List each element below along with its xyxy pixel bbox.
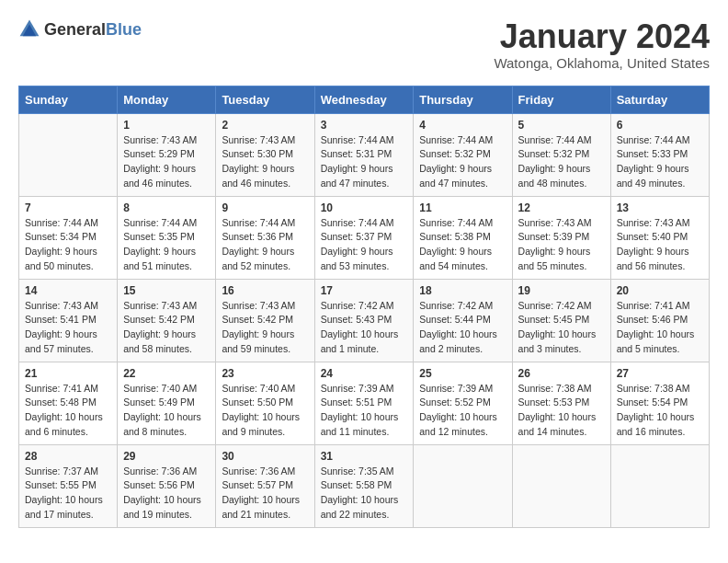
day-number: 10 <box>321 201 408 214</box>
day-number: 20 <box>617 284 703 297</box>
day-info: Sunrise: 7:38 AMSunset: 5:53 PMDaylight:… <box>518 382 605 440</box>
day-number: 8 <box>123 201 210 214</box>
day-info: Sunrise: 7:44 AMSunset: 5:33 PMDaylight:… <box>617 133 703 191</box>
day-info: Sunrise: 7:43 AMSunset: 5:41 PMDaylight:… <box>25 299 111 357</box>
day-number: 6 <box>617 119 703 132</box>
day-cell: 15Sunrise: 7:43 AMSunset: 5:42 PMDayligh… <box>118 279 216 362</box>
day-info: Sunrise: 7:35 AMSunset: 5:58 PMDaylight:… <box>321 465 408 523</box>
day-info: Sunrise: 7:43 AMSunset: 5:30 PMDaylight:… <box>222 133 308 191</box>
day-cell: 16Sunrise: 7:43 AMSunset: 5:42 PMDayligh… <box>216 279 314 362</box>
day-info: Sunrise: 7:43 AMSunset: 5:29 PMDaylight:… <box>123 133 210 191</box>
page-header: General Blue January 2024 Watonga, Oklah… <box>18 18 710 71</box>
day-number: 12 <box>518 201 605 214</box>
header-cell-friday: Friday <box>512 86 610 113</box>
logo: General Blue <box>18 18 142 40</box>
logo-blue: Blue <box>106 20 142 40</box>
day-info: Sunrise: 7:44 AMSunset: 5:38 PMDaylight:… <box>419 216 506 274</box>
day-number: 2 <box>222 119 308 132</box>
day-info: Sunrise: 7:44 AMSunset: 5:31 PMDaylight:… <box>321 133 408 191</box>
day-cell: 26Sunrise: 7:38 AMSunset: 5:53 PMDayligh… <box>512 362 610 444</box>
header-cell-sunday: Sunday <box>19 86 118 113</box>
day-cell: 5Sunrise: 7:44 AMSunset: 5:32 PMDaylight… <box>512 113 610 196</box>
day-cell <box>610 444 709 527</box>
week-row-5: 28Sunrise: 7:37 AMSunset: 5:55 PMDayligh… <box>19 444 710 527</box>
week-row-3: 14Sunrise: 7:43 AMSunset: 5:41 PMDayligh… <box>19 279 710 362</box>
calendar-body: 1Sunrise: 7:43 AMSunset: 5:29 PMDaylight… <box>19 113 710 527</box>
day-info: Sunrise: 7:44 AMSunset: 5:34 PMDaylight:… <box>25 216 111 274</box>
day-info: Sunrise: 7:43 AMSunset: 5:40 PMDaylight:… <box>617 216 703 274</box>
day-number: 29 <box>123 450 210 463</box>
day-cell: 14Sunrise: 7:43 AMSunset: 5:41 PMDayligh… <box>19 279 118 362</box>
day-number: 24 <box>321 367 408 380</box>
day-number: 17 <box>321 284 408 297</box>
day-number: 13 <box>617 201 703 214</box>
day-info: Sunrise: 7:36 AMSunset: 5:57 PMDaylight:… <box>222 465 308 523</box>
day-cell: 3Sunrise: 7:44 AMSunset: 5:31 PMDaylight… <box>314 113 414 196</box>
day-cell: 1Sunrise: 7:43 AMSunset: 5:29 PMDaylight… <box>118 113 216 196</box>
day-number: 30 <box>222 450 308 463</box>
header-cell-monday: Monday <box>118 86 216 113</box>
day-info: Sunrise: 7:40 AMSunset: 5:50 PMDaylight:… <box>222 382 308 440</box>
day-number: 7 <box>25 201 111 214</box>
calendar-subtitle: Watonga, Oklahoma, United States <box>494 55 710 71</box>
day-info: Sunrise: 7:37 AMSunset: 5:55 PMDaylight:… <box>25 465 111 523</box>
day-info: Sunrise: 7:36 AMSunset: 5:56 PMDaylight:… <box>123 465 210 523</box>
day-info: Sunrise: 7:44 AMSunset: 5:36 PMDaylight:… <box>222 216 308 274</box>
day-cell: 8Sunrise: 7:44 AMSunset: 5:35 PMDaylight… <box>118 196 216 279</box>
day-cell: 13Sunrise: 7:43 AMSunset: 5:40 PMDayligh… <box>610 196 709 279</box>
day-cell: 19Sunrise: 7:42 AMSunset: 5:45 PMDayligh… <box>512 279 610 362</box>
day-cell <box>414 444 512 527</box>
day-cell: 18Sunrise: 7:42 AMSunset: 5:44 PMDayligh… <box>414 279 512 362</box>
day-info: Sunrise: 7:44 AMSunset: 5:37 PMDaylight:… <box>321 216 408 274</box>
day-cell: 7Sunrise: 7:44 AMSunset: 5:34 PMDaylight… <box>19 196 118 279</box>
day-number: 5 <box>518 119 605 132</box>
day-info: Sunrise: 7:43 AMSunset: 5:42 PMDaylight:… <box>123 299 210 357</box>
calendar-header: SundayMondayTuesdayWednesdayThursdayFrid… <box>19 86 710 113</box>
day-number: 18 <box>419 284 506 297</box>
day-info: Sunrise: 7:43 AMSunset: 5:42 PMDaylight:… <box>222 299 308 357</box>
header-cell-tuesday: Tuesday <box>216 86 314 113</box>
header-cell-wednesday: Wednesday <box>314 86 414 113</box>
day-cell: 27Sunrise: 7:38 AMSunset: 5:54 PMDayligh… <box>610 362 709 444</box>
day-number: 23 <box>222 367 308 380</box>
day-number: 19 <box>518 284 605 297</box>
week-row-4: 21Sunrise: 7:41 AMSunset: 5:48 PMDayligh… <box>19 362 710 444</box>
day-number: 25 <box>419 367 506 380</box>
day-info: Sunrise: 7:39 AMSunset: 5:51 PMDaylight:… <box>321 382 408 440</box>
day-info: Sunrise: 7:42 AMSunset: 5:44 PMDaylight:… <box>419 299 506 357</box>
logo-general: General <box>44 20 106 40</box>
day-number: 16 <box>222 284 308 297</box>
day-cell: 21Sunrise: 7:41 AMSunset: 5:48 PMDayligh… <box>19 362 118 444</box>
day-cell: 29Sunrise: 7:36 AMSunset: 5:56 PMDayligh… <box>118 444 216 527</box>
day-number: 22 <box>123 367 210 380</box>
day-info: Sunrise: 7:40 AMSunset: 5:49 PMDaylight:… <box>123 382 210 440</box>
day-cell: 6Sunrise: 7:44 AMSunset: 5:33 PMDaylight… <box>610 113 709 196</box>
day-info: Sunrise: 7:38 AMSunset: 5:54 PMDaylight:… <box>617 382 703 440</box>
day-number: 4 <box>419 119 506 132</box>
day-cell <box>512 444 610 527</box>
day-info: Sunrise: 7:44 AMSunset: 5:32 PMDaylight:… <box>518 133 605 191</box>
day-number: 14 <box>25 284 111 297</box>
day-number: 1 <box>123 119 210 132</box>
calendar-title: January 2024 <box>494 18 710 55</box>
day-cell: 12Sunrise: 7:43 AMSunset: 5:39 PMDayligh… <box>512 196 610 279</box>
day-info: Sunrise: 7:43 AMSunset: 5:39 PMDaylight:… <box>518 216 605 274</box>
day-cell: 24Sunrise: 7:39 AMSunset: 5:51 PMDayligh… <box>314 362 414 444</box>
day-info: Sunrise: 7:41 AMSunset: 5:48 PMDaylight:… <box>25 382 111 440</box>
week-row-1: 1Sunrise: 7:43 AMSunset: 5:29 PMDaylight… <box>19 113 710 196</box>
day-cell: 31Sunrise: 7:35 AMSunset: 5:58 PMDayligh… <box>314 444 414 527</box>
day-cell: 11Sunrise: 7:44 AMSunset: 5:38 PMDayligh… <box>414 196 512 279</box>
day-number: 21 <box>25 367 111 380</box>
day-cell: 22Sunrise: 7:40 AMSunset: 5:49 PMDayligh… <box>118 362 216 444</box>
day-info: Sunrise: 7:44 AMSunset: 5:35 PMDaylight:… <box>123 216 210 274</box>
day-info: Sunrise: 7:42 AMSunset: 5:45 PMDaylight:… <box>518 299 605 357</box>
header-cell-thursday: Thursday <box>414 86 512 113</box>
day-number: 9 <box>222 201 308 214</box>
day-number: 27 <box>617 367 703 380</box>
week-row-2: 7Sunrise: 7:44 AMSunset: 5:34 PMDaylight… <box>19 196 710 279</box>
day-number: 31 <box>321 450 408 463</box>
header-row: SundayMondayTuesdayWednesdayThursdayFrid… <box>19 86 710 113</box>
day-cell <box>19 113 118 196</box>
day-info: Sunrise: 7:41 AMSunset: 5:46 PMDaylight:… <box>617 299 703 357</box>
day-cell: 4Sunrise: 7:44 AMSunset: 5:32 PMDaylight… <box>414 113 512 196</box>
